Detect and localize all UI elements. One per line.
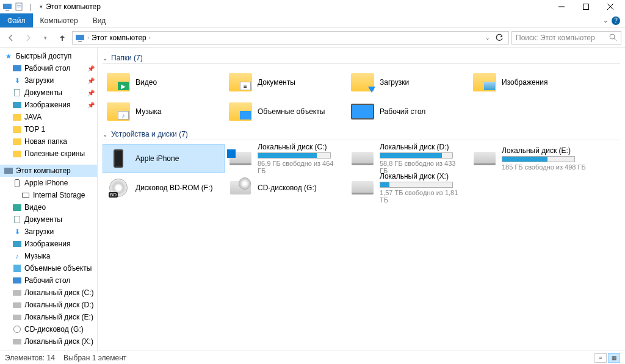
forward-button[interactable] bbox=[21, 30, 35, 45]
cd-icon bbox=[230, 181, 251, 194]
svg-point-11 bbox=[610, 34, 615, 39]
svg-rect-9 bbox=[76, 35, 84, 40]
device-cd[interactable]: CD-дисковод (G:) bbox=[225, 173, 347, 202]
document-icon bbox=[12, 215, 22, 224]
tree-item-drive-c[interactable]: Локальный диск (C:) bbox=[0, 287, 97, 299]
tree-item-3d[interactable]: Объемные объекты bbox=[0, 262, 97, 274]
free-space: 1,57 ТБ свободно из 1,81 ТБ bbox=[380, 189, 465, 204]
maximize-button[interactable] bbox=[574, 0, 598, 13]
tree-item-documents[interactable]: Документы📌 bbox=[0, 87, 97, 99]
3d-icon bbox=[229, 102, 252, 121]
device-drive-x[interactable]: Локальный диск (X:)1,57 ТБ свободно из 1… bbox=[347, 173, 469, 202]
tree-item-drive-x[interactable]: Локальный диск (X:) bbox=[0, 335, 97, 348]
search-icon[interactable] bbox=[609, 34, 617, 41]
svg-rect-6 bbox=[583, 4, 589, 10]
pin-icon: 📌 bbox=[87, 65, 95, 72]
tree-item-storage[interactable]: Internal Storage bbox=[0, 189, 97, 201]
tree-item-pictures[interactable]: Изображения📌 bbox=[0, 99, 97, 111]
tree-label: Рабочий стол bbox=[24, 64, 70, 73]
item-label: Загрузки bbox=[380, 78, 465, 87]
tree-item-drive-d[interactable]: Локальный диск (D:) bbox=[0, 299, 97, 311]
tree-label: Изображения bbox=[24, 101, 70, 109]
documents-icon: ≡ bbox=[229, 73, 252, 91]
tree-item-downloads[interactable]: ⬇Загрузки bbox=[0, 226, 97, 238]
device-bd[interactable]: BDДисковод BD-ROM (F:) bbox=[103, 173, 225, 202]
tab-computer[interactable]: Компьютер bbox=[33, 13, 85, 27]
tiles-view-button[interactable]: ▦ bbox=[608, 353, 620, 363]
tree-item-folder[interactable]: Новая папка bbox=[0, 135, 97, 148]
address-box[interactable]: › Этот компьютер › ⌄ bbox=[72, 31, 509, 45]
tree-quick-access[interactable]: ★Быстрый доступ bbox=[0, 50, 97, 62]
music-icon: ♪ bbox=[107, 102, 130, 121]
tree-item-videos[interactable]: Видео bbox=[0, 201, 97, 213]
tree-item-desktop[interactable]: Рабочий стол📌 bbox=[0, 62, 97, 74]
close-button[interactable] bbox=[598, 0, 623, 13]
desktop-icon bbox=[12, 63, 22, 73]
tree-label: Apple iPhone bbox=[24, 179, 68, 187]
drive-icon bbox=[12, 288, 22, 298]
folder-desktop[interactable]: Рабочий стол bbox=[347, 97, 469, 126]
folder-videos[interactable]: ▶Видео bbox=[103, 68, 225, 97]
search-input[interactable]: Поиск: Этот компьютер bbox=[511, 31, 621, 45]
tree-item-pictures[interactable]: Изображения bbox=[0, 238, 97, 250]
tree-item-folder[interactable]: TOP 1 bbox=[0, 123, 97, 135]
properties-icon[interactable] bbox=[15, 2, 24, 12]
device-drive-e[interactable]: Локальный диск (E:)185 ГБ свободно из 49… bbox=[469, 144, 591, 173]
pictures-icon bbox=[12, 239, 22, 249]
folder-music[interactable]: ♪Музыка bbox=[103, 97, 225, 126]
music-icon: ♪ bbox=[12, 251, 22, 261]
expand-ribbon-icon[interactable]: ⌄ bbox=[603, 17, 608, 24]
tree-item-documents[interactable]: Документы bbox=[0, 213, 97, 226]
separator: | bbox=[29, 2, 31, 11]
tree-this-pc[interactable]: Этот компьютер bbox=[0, 165, 97, 177]
tab-view[interactable]: Вид bbox=[85, 13, 114, 27]
content-pane[interactable]: ⌄Папки (7) ▶Видео ≡Документы Загрузки Из… bbox=[98, 48, 625, 351]
device-iphone[interactable]: Apple iPhone bbox=[103, 144, 225, 173]
tree-item-music[interactable]: ♪Музыка bbox=[0, 250, 97, 262]
chevron-down-icon[interactable]: ▾ bbox=[36, 2, 46, 12]
address-dropdown-icon[interactable]: ⌄ bbox=[485, 35, 490, 41]
recent-locations-button[interactable]: ▾ bbox=[38, 30, 52, 45]
selection-count: Выбран 1 элемент bbox=[63, 354, 126, 362]
tree-item-iphone[interactable]: Apple iPhone bbox=[0, 177, 97, 189]
device-drive-c[interactable]: Локальный диск (C:)86,9 ГБ свободно из 4… bbox=[225, 144, 347, 173]
minimize-button[interactable] bbox=[549, 0, 574, 13]
tree-item-folder[interactable]: Полезные скрины bbox=[0, 148, 97, 160]
chevron-right-icon[interactable]: › bbox=[87, 35, 89, 41]
phone-icon bbox=[12, 178, 22, 188]
tree-item-desktop[interactable]: Рабочий стол bbox=[0, 274, 97, 287]
address-bar: ▾ › Этот компьютер › ⌄ Поиск: Этот компь… bbox=[0, 28, 625, 48]
downloads-icon: ⬇ bbox=[12, 76, 22, 85]
navigation-tree[interactable]: ★Быстрый доступ Рабочий стол📌 ⬇Загрузки📌… bbox=[0, 48, 98, 351]
folder-downloads[interactable]: Загрузки bbox=[347, 68, 469, 97]
device-drive-d[interactable]: Локальный диск (D:)58,8 ГБ свободно из 4… bbox=[347, 144, 469, 173]
refresh-button[interactable] bbox=[493, 31, 506, 45]
videos-icon: ▶ bbox=[107, 73, 130, 91]
chevron-right-icon[interactable]: › bbox=[149, 35, 151, 41]
phone-icon bbox=[114, 149, 123, 168]
drive-icon bbox=[352, 152, 374, 165]
desktop-icon bbox=[351, 104, 374, 120]
tree-label: Этот компьютер bbox=[16, 166, 71, 175]
folder-documents[interactable]: ≡Документы bbox=[225, 68, 347, 97]
tree-item-downloads[interactable]: ⬇Загрузки📌 bbox=[0, 74, 97, 87]
tree-item-folder[interactable]: JAVA bbox=[0, 111, 97, 123]
group-devices[interactable]: ⌄Устройства и диски (7) bbox=[103, 130, 620, 140]
tree-item-drive-e[interactable]: Локальный диск (E:) bbox=[0, 311, 97, 323]
desktop-icon bbox=[12, 276, 22, 285]
up-button[interactable] bbox=[55, 30, 70, 45]
back-button[interactable] bbox=[4, 30, 18, 45]
drive-icon bbox=[12, 337, 22, 346]
tree-item-cd[interactable]: CD-дисковод (G:) bbox=[0, 323, 97, 335]
group-folders[interactable]: ⌄Папки (7) bbox=[103, 54, 620, 64]
folder-icon bbox=[12, 137, 22, 146]
usage-bar bbox=[502, 156, 575, 162]
breadcrumb[interactable]: Этот компьютер bbox=[92, 34, 146, 42]
tab-file[interactable]: Файл bbox=[0, 13, 33, 27]
svg-rect-3 bbox=[17, 5, 21, 5]
folder-pictures[interactable]: Изображения bbox=[469, 68, 591, 97]
details-view-button[interactable]: ≡ bbox=[594, 353, 607, 363]
help-icon[interactable]: ? bbox=[612, 16, 620, 25]
folder-3d[interactable]: Объемные объекты bbox=[225, 97, 347, 126]
item-label: Документы bbox=[258, 78, 343, 87]
